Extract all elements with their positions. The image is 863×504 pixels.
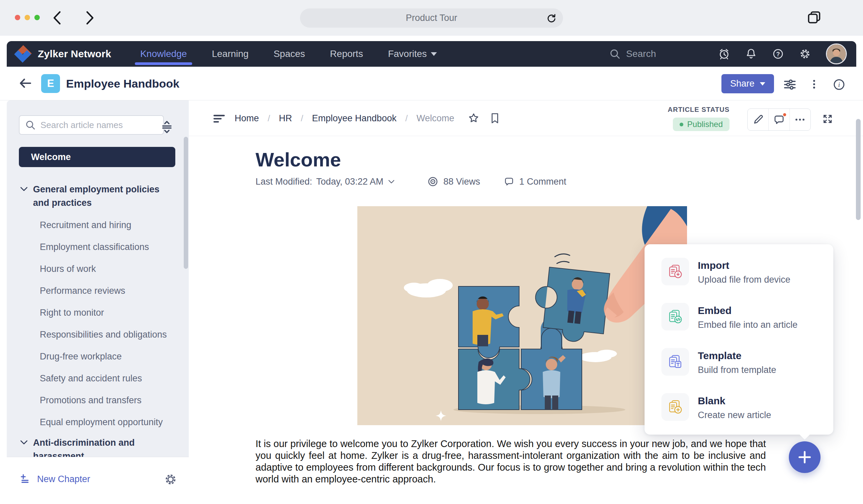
add-list-icon bbox=[20, 473, 32, 485]
create-article-fab[interactable] bbox=[789, 441, 821, 473]
plus-icon bbox=[798, 451, 811, 464]
new-chapter-button[interactable]: New Chapter bbox=[20, 473, 90, 485]
breadcrumb-employee-handbook[interactable]: Employee Handbook bbox=[312, 113, 397, 124]
info-icon[interactable]: i bbox=[833, 78, 846, 91]
share-button[interactable]: Share bbox=[722, 74, 774, 93]
sidebar-item-equal-opportunity[interactable]: Equal employment opportunity bbox=[19, 411, 175, 433]
sidebar-scrollbar[interactable] bbox=[184, 137, 188, 269]
screen: Product Tour Zylker Network Kno bbox=[0, 0, 863, 504]
back-arrow-icon[interactable] bbox=[17, 76, 33, 90]
bookmark-icon[interactable] bbox=[490, 112, 500, 124]
browser-forward-icon[interactable] bbox=[82, 10, 97, 26]
tab-reports[interactable]: Reports bbox=[330, 41, 363, 67]
zoom-window-button[interactable] bbox=[34, 15, 40, 20]
help-icon[interactable]: ? bbox=[772, 48, 784, 60]
article-content-area: Home / HR / Employee Handbook / Welcome bbox=[189, 100, 863, 504]
handbook-badge: E bbox=[41, 74, 60, 93]
tab-spaces[interactable]: Spaces bbox=[273, 41, 305, 67]
minimize-window-button[interactable] bbox=[25, 15, 30, 20]
sidebar-search-box[interactable] bbox=[19, 115, 164, 135]
sidebar-item-drug-free-workplace[interactable]: Drug-free workplace bbox=[19, 346, 175, 367]
views-eye-icon bbox=[427, 176, 439, 187]
breadcrumb-home[interactable]: Home bbox=[235, 113, 259, 124]
reload-icon[interactable] bbox=[546, 12, 557, 24]
import-file-icon bbox=[661, 258, 689, 285]
settings-gear-icon[interactable] bbox=[799, 48, 811, 60]
brand[interactable]: Zylker Network bbox=[13, 44, 111, 63]
tab-knowledge[interactable]: Knowledge bbox=[140, 41, 187, 67]
menu-item-blank[interactable]: Blank Create new article bbox=[661, 393, 833, 430]
article-meta: Last Modified: Today, 03:22 AM 88 Views … bbox=[255, 176, 566, 187]
published-dot-icon bbox=[679, 122, 683, 126]
chevron-down-icon bbox=[20, 440, 28, 457]
create-article-menu: Import Upload file from device bbox=[645, 244, 833, 435]
sidebar-settings-gear-icon[interactable] bbox=[164, 473, 177, 486]
browser-back-icon[interactable] bbox=[51, 10, 65, 26]
article-body: It is our privilege to welcome you to Zy… bbox=[255, 438, 766, 485]
tab-favorites[interactable]: Favorites bbox=[388, 41, 437, 67]
sidebar-item-responsibilities[interactable]: Responsibilities and obligations bbox=[19, 324, 175, 346]
chevron-down-icon[interactable] bbox=[388, 180, 395, 184]
activity-clock-icon[interactable] bbox=[718, 48, 730, 60]
zylker-logo-icon bbox=[13, 44, 32, 63]
pencil-icon bbox=[752, 114, 764, 126]
table-of-contents-icon[interactable] bbox=[212, 112, 226, 125]
status-badge[interactable]: Published bbox=[673, 118, 729, 131]
svg-text:?: ? bbox=[776, 51, 780, 57]
comment-counter[interactable]: 1 Comment bbox=[504, 176, 566, 187]
nav-tabs: Knowledge Learning Spaces Reports Favori… bbox=[140, 41, 437, 67]
embed-file-icon bbox=[661, 303, 689, 331]
sidebar-item-hours-of-work[interactable]: Hours of work bbox=[19, 258, 175, 280]
global-search[interactable]: Search bbox=[609, 48, 656, 60]
tab-overview-icon[interactable] bbox=[806, 10, 822, 25]
browser-chrome: Product Tour bbox=[0, 0, 863, 36]
display-settings-icon[interactable] bbox=[783, 78, 797, 91]
sidebar-search-input[interactable] bbox=[40, 120, 158, 130]
edit-article-button[interactable] bbox=[748, 109, 768, 130]
article-actions-group bbox=[747, 108, 811, 131]
sidebar-item-promotions-transfers[interactable]: Promotions and transfers bbox=[19, 389, 175, 411]
sidebar-item-right-to-monitor[interactable]: Right to monitor bbox=[19, 302, 175, 324]
chevron-down-icon bbox=[20, 186, 28, 209]
sidebar-footer: New Chapter bbox=[7, 457, 189, 504]
user-avatar[interactable] bbox=[826, 43, 847, 64]
breadcrumb-hr[interactable]: HR bbox=[279, 113, 292, 124]
sidebar-item-recruitment[interactable]: Recruitment and hiring bbox=[19, 214, 175, 236]
last-modified-value[interactable]: Today, 03:22 AM bbox=[316, 177, 383, 187]
top-navigation: Zylker Network Knowledge Learning Spaces… bbox=[7, 41, 856, 67]
more-actions-button[interactable] bbox=[789, 109, 810, 130]
ellipsis-icon bbox=[794, 114, 806, 126]
sort-articles-icon[interactable] bbox=[160, 119, 174, 135]
comment-bubble-icon bbox=[504, 176, 514, 187]
sidebar-item-performance-reviews[interactable]: Performance reviews bbox=[19, 280, 175, 302]
brand-name: Zylker Network bbox=[38, 48, 111, 60]
views-counter: 88 Views bbox=[427, 176, 480, 187]
content-scrollbar[interactable] bbox=[856, 119, 861, 220]
sidebar-chapter-anti-discrimination[interactable]: Anti-discrimination and harassment bbox=[19, 433, 175, 457]
notifications-bell-icon[interactable] bbox=[745, 48, 757, 60]
article-status: ARTICLE STATUS Published bbox=[668, 106, 729, 131]
sidebar-chapter-general-policies[interactable]: General employment policies and practice… bbox=[19, 178, 175, 214]
search-icon bbox=[609, 48, 621, 60]
menu-item-import[interactable]: Import Upload file from device bbox=[661, 258, 833, 295]
more-options-kebab-icon[interactable] bbox=[809, 78, 820, 90]
chevron-down-icon bbox=[760, 82, 765, 86]
close-window-button[interactable] bbox=[15, 15, 20, 20]
sidebar-item-safety-rules[interactable]: Safety and accident rules bbox=[19, 367, 175, 389]
fullscreen-expand-icon[interactable] bbox=[822, 113, 833, 125]
breadcrumb: Home / HR / Employee Handbook / Welcome bbox=[212, 100, 500, 136]
article-tree-panel: Welcome General employment policies and … bbox=[7, 100, 189, 457]
window-controls bbox=[15, 15, 40, 20]
tab-learning[interactable]: Learning bbox=[212, 41, 248, 67]
menu-item-template[interactable]: Template Build from template bbox=[661, 348, 833, 385]
address-bar-text: Product Tour bbox=[406, 13, 458, 23]
search-placeholder: Search bbox=[626, 49, 656, 59]
app-window: Zylker Network Knowledge Learning Spaces… bbox=[0, 36, 863, 504]
comments-button[interactable] bbox=[768, 109, 789, 130]
blank-article-icon bbox=[661, 393, 689, 421]
favorite-star-icon[interactable] bbox=[467, 112, 480, 124]
sidebar-item-employment-classifications[interactable]: Employment classifications bbox=[19, 236, 175, 258]
menu-item-embed[interactable]: Embed Embed file into an article bbox=[661, 303, 833, 340]
sidebar-item-welcome[interactable]: Welcome bbox=[19, 147, 175, 167]
address-bar[interactable]: Product Tour bbox=[300, 9, 563, 28]
